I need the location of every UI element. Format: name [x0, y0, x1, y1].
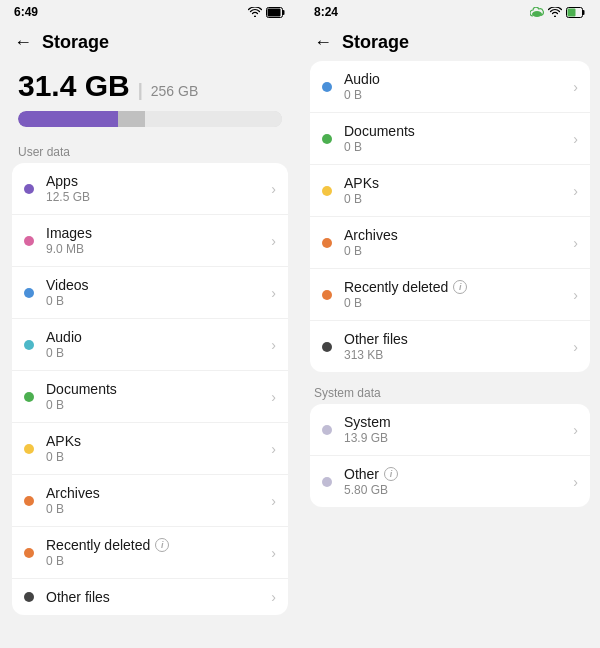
archives-dot	[24, 496, 34, 506]
cloud-icon	[530, 7, 544, 17]
r-recently-deleted-content: Recently deleted i 0 B	[344, 279, 573, 310]
other-files-dot	[24, 592, 34, 602]
r-audio-chevron: ›	[573, 79, 578, 95]
r-archives-dot	[322, 238, 332, 248]
documents-dot	[24, 392, 34, 402]
images-chevron: ›	[271, 233, 276, 249]
right-user-data-card: Audio 0 B › Documents 0 B › APKs 0 B	[310, 61, 590, 372]
svg-rect-5	[583, 10, 585, 15]
images-name: Images	[46, 225, 271, 241]
r-apks-content: APKs 0 B	[344, 175, 573, 206]
recently-deleted-chevron: ›	[271, 545, 276, 561]
right-system-data-label: System data	[300, 380, 600, 404]
archives-content: Archives 0 B	[46, 485, 271, 516]
list-item[interactable]: Recently deleted i 0 B ›	[310, 269, 590, 321]
list-item[interactable]: Audio 0 B ›	[310, 61, 590, 113]
right-back-button[interactable]: ←	[314, 32, 332, 53]
list-item[interactable]: Other files ›	[12, 579, 288, 615]
svg-rect-2	[268, 8, 281, 16]
storage-used-value: 31.4 GB	[18, 69, 130, 103]
r-other-files-name: Other files	[344, 331, 573, 347]
apps-chevron: ›	[271, 181, 276, 197]
videos-name: Videos	[46, 277, 271, 293]
wifi-icon	[548, 7, 562, 17]
r-archives-content: Archives 0 B	[344, 227, 573, 258]
r-other-files-content: Other files 313 KB	[344, 331, 573, 362]
apps-name: Apps	[46, 173, 271, 189]
system-name: System	[344, 414, 573, 430]
right-panel: 8:24 ← Storage	[300, 0, 600, 648]
images-size: 9.0 MB	[46, 242, 271, 256]
wifi-icon	[248, 7, 262, 17]
list-item[interactable]: Images 9.0 MB ›	[12, 215, 288, 267]
list-item[interactable]: Archives 0 B ›	[12, 475, 288, 527]
storage-bar-images	[118, 111, 144, 127]
list-item[interactable]: APKs 0 B ›	[310, 165, 590, 217]
left-panel: 6:49 ← Storage 31.4 GB | 256 GB	[0, 0, 300, 648]
documents-chevron: ›	[271, 389, 276, 405]
archives-name: Archives	[46, 485, 271, 501]
left-back-button[interactable]: ←	[14, 32, 32, 53]
r-documents-name: Documents	[344, 123, 573, 139]
left-time: 6:49	[14, 5, 38, 19]
right-system-data-card: System 13.9 GB › Other i 5.80 GB ›	[310, 404, 590, 507]
other-system-name: Other i	[344, 466, 573, 482]
r-recently-deleted-name: Recently deleted i	[344, 279, 573, 295]
list-item[interactable]: System 13.9 GB ›	[310, 404, 590, 456]
other-system-dot	[322, 477, 332, 487]
apks-name: APKs	[46, 433, 271, 449]
images-dot	[24, 236, 34, 246]
recently-deleted-info-icon[interactable]: i	[155, 538, 169, 552]
battery-icon	[566, 7, 586, 18]
left-nav: ← Storage	[0, 24, 300, 61]
other-system-info-icon[interactable]: i	[384, 467, 398, 481]
r-documents-size: 0 B	[344, 140, 573, 154]
storage-info: 31.4 GB | 256 GB	[0, 61, 300, 137]
list-item[interactable]: Videos 0 B ›	[12, 267, 288, 319]
apks-dot	[24, 444, 34, 454]
r-other-files-chevron: ›	[573, 339, 578, 355]
list-item[interactable]: Archives 0 B ›	[310, 217, 590, 269]
r-recently-deleted-dot	[322, 290, 332, 300]
audio-name: Audio	[46, 329, 271, 345]
list-item[interactable]: Recently deleted i 0 B ›	[12, 527, 288, 579]
audio-size: 0 B	[46, 346, 271, 360]
r-documents-dot	[322, 134, 332, 144]
list-item[interactable]: APKs 0 B ›	[12, 423, 288, 475]
list-item[interactable]: Documents 0 B ›	[310, 113, 590, 165]
storage-total-value: 256 GB	[151, 83, 198, 99]
list-item[interactable]: Audio 0 B ›	[12, 319, 288, 371]
list-item[interactable]: Documents 0 B ›	[12, 371, 288, 423]
audio-content: Audio 0 B	[46, 329, 271, 360]
other-files-chevron: ›	[271, 589, 276, 605]
svg-rect-1	[283, 10, 285, 15]
storage-bar-free	[145, 111, 282, 127]
recently-deleted-content: Recently deleted i 0 B	[46, 537, 271, 568]
apks-content: APKs 0 B	[46, 433, 271, 464]
r-audio-dot	[322, 82, 332, 92]
r-apks-name: APKs	[344, 175, 573, 191]
left-status-icons	[248, 7, 286, 18]
left-status-bar: 6:49	[0, 0, 300, 24]
list-item[interactable]: Other files 313 KB ›	[310, 321, 590, 372]
left-user-data-label: User data	[0, 137, 300, 163]
other-system-content: Other i 5.80 GB	[344, 466, 573, 497]
other-files-content: Other files	[46, 589, 271, 605]
right-scroll-content: Audio 0 B › Documents 0 B › APKs 0 B	[300, 61, 600, 648]
r-audio-content: Audio 0 B	[344, 71, 573, 102]
documents-size: 0 B	[46, 398, 271, 412]
storage-used-display: 31.4 GB | 256 GB	[18, 69, 282, 103]
list-item[interactable]: Apps 12.5 GB ›	[12, 163, 288, 215]
r-other-files-size: 313 KB	[344, 348, 573, 362]
r-audio-size: 0 B	[344, 88, 573, 102]
other-files-name: Other files	[46, 589, 271, 605]
r-archives-size: 0 B	[344, 244, 573, 258]
list-item[interactable]: Other i 5.80 GB ›	[310, 456, 590, 507]
r-recently-deleted-info-icon[interactable]: i	[453, 280, 467, 294]
right-nav: ← Storage	[300, 24, 600, 61]
r-documents-chevron: ›	[573, 131, 578, 147]
left-list-card: Apps 12.5 GB › Images 9.0 MB › Videos	[12, 163, 288, 615]
r-audio-name: Audio	[344, 71, 573, 87]
right-status-bar: 8:24	[300, 0, 600, 24]
r-archives-chevron: ›	[573, 235, 578, 251]
